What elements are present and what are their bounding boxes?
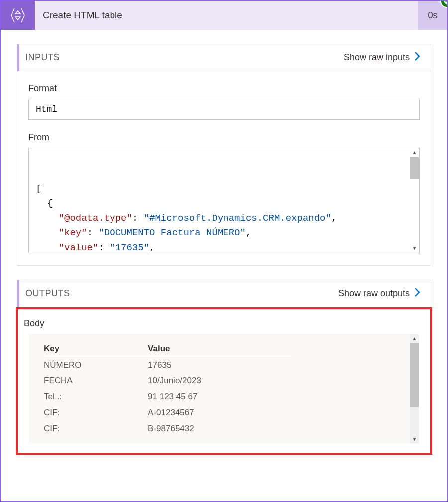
table-cell: CIF: <box>44 421 148 437</box>
action-header: Create HTML table 0s <box>1 1 447 30</box>
chevron-right-icon <box>414 51 421 64</box>
table-row: FECHA10/Junio/2023 <box>44 373 291 389</box>
action-title: Create HTML table <box>35 10 418 21</box>
code-scrollbar[interactable]: ▲ ▼ <box>410 149 419 252</box>
scroll-thumb[interactable] <box>410 343 419 407</box>
svg-marker-1 <box>15 17 20 20</box>
from-json-box: [ { "@odata.type": "#Microsoft.Dynamics.… <box>28 148 420 253</box>
scroll-down-icon[interactable]: ▼ <box>410 435 419 443</box>
outputs-panel-title: OUTPUTS <box>25 288 70 299</box>
table-cell: 10/Junio/2023 <box>148 373 291 389</box>
table-row: NÚMERO17635 <box>44 357 291 374</box>
table-cell: FECHA <box>44 373 148 389</box>
scroll-up-icon[interactable]: ▲ <box>410 149 419 157</box>
body-label: Body <box>18 316 430 334</box>
scroll-up-icon[interactable]: ▲ <box>410 334 419 343</box>
inputs-panel-title: INPUTS <box>25 52 60 63</box>
format-value: Html <box>28 99 420 120</box>
show-raw-inputs-button[interactable]: Show raw inputs <box>344 51 421 64</box>
table-row: CIF:B-98765432 <box>44 421 291 437</box>
table-cell: NÚMERO <box>44 357 148 374</box>
table-header: Value <box>148 341 291 357</box>
table-row: Tel .:91 123 45 67 <box>44 389 291 405</box>
html-result-table: KeyValueNÚMERO17635FECHA10/Junio/2023Tel… <box>44 341 291 437</box>
table-cell: A-01234567 <box>148 405 291 421</box>
from-label: From <box>28 132 420 143</box>
table-cell: 91 123 45 67 <box>148 389 291 405</box>
json-content: [ { "@odata.type": "#Microsoft.Dynamics.… <box>30 182 413 253</box>
table-cell: Tel .: <box>44 389 148 405</box>
svg-marker-0 <box>15 11 20 14</box>
table-cell: CIF: <box>44 405 148 421</box>
scroll-down-icon[interactable]: ▼ <box>410 244 419 252</box>
action-icon <box>1 1 35 30</box>
inputs-panel: INPUTS Show raw inputs Format Html From … <box>17 44 431 266</box>
table-row: CIF:A-01234567 <box>44 405 291 421</box>
output-scrollbar[interactable]: ▲ ▼ <box>410 334 419 443</box>
table-cell: B-98765432 <box>148 421 291 437</box>
outputs-panel: OUTPUTS Show raw outputs Body KeyValueNÚ… <box>17 280 431 454</box>
highlighted-output-region: Body KeyValueNÚMERO17635FECHA10/Junio/20… <box>16 307 432 455</box>
table-header: Key <box>44 341 148 357</box>
chevron-right-icon <box>414 287 421 300</box>
show-raw-outputs-button[interactable]: Show raw outputs <box>338 287 421 300</box>
show-raw-inputs-label: Show raw inputs <box>344 52 410 63</box>
format-label: Format <box>28 83 420 94</box>
output-body-box: KeyValueNÚMERO17635FECHA10/Junio/2023Tel… <box>29 334 419 444</box>
show-raw-outputs-label: Show raw outputs <box>338 288 410 299</box>
filter-html-icon <box>9 6 27 24</box>
table-cell: 17635 <box>148 357 291 374</box>
scroll-thumb[interactable] <box>410 157 419 179</box>
